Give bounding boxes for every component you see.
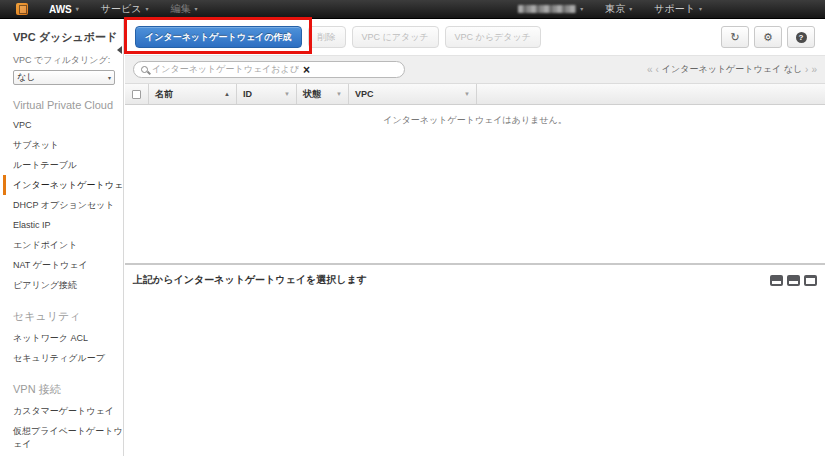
sidebar-item-vpc[interactable]: VPC bbox=[0, 115, 123, 135]
chevron-down-icon: ▾ bbox=[195, 6, 198, 12]
aws-logo-icon[interactable] bbox=[16, 3, 28, 15]
main-content: インターネットゲートウェイの作成 削除 VPC にアタッチ VPC からデタッチ… bbox=[125, 19, 825, 456]
clear-filter-icon[interactable]: × bbox=[303, 64, 310, 76]
chevron-down-icon: ▾ bbox=[146, 6, 149, 12]
top-navbar: AWS ▾ サービス ▾ 編集 ▾ ▾ 東京 ▾ サポート ▾ bbox=[0, 0, 825, 19]
sidebar-section-vpc: Virtual Private Cloud bbox=[13, 99, 123, 111]
sidebar-item-elastic-ip[interactable]: Elastic IP bbox=[0, 215, 123, 235]
pane-layout-full-icon[interactable] bbox=[804, 275, 817, 286]
settings-button[interactable]: ⚙ bbox=[754, 26, 782, 48]
detail-pane: 上記からインターネットゲートウェイを選択します bbox=[125, 263, 825, 456]
sidebar-item-internet-gateways[interactable]: インターネットゲートウェイ bbox=[3, 175, 123, 195]
column-header-id[interactable]: ID ▼ bbox=[237, 84, 297, 104]
empty-table-message: インターネットゲートウェイはありません。 bbox=[125, 105, 825, 127]
prev-page-icon[interactable]: ‹ bbox=[656, 65, 659, 75]
detail-pane-message: 上記からインターネットゲートウェイを選択します bbox=[133, 273, 367, 287]
sidebar-item-route-tables[interactable]: ルートテーブル bbox=[0, 155, 123, 175]
help-button[interactable]: ? bbox=[787, 26, 815, 48]
sidebar-item-nat-gateways[interactable]: NAT ゲートウェイ bbox=[0, 255, 123, 275]
column-header-spacer bbox=[477, 84, 825, 104]
sort-asc-icon: ▲ bbox=[218, 91, 230, 97]
toolbar: インターネットゲートウェイの作成 削除 VPC にアタッチ VPC からデタッチ… bbox=[125, 19, 825, 55]
sort-icon: ▼ bbox=[330, 91, 342, 97]
pagination: « ‹ インターネットゲートウェイ なし › » bbox=[647, 63, 817, 76]
table-header: 名前 ▲ ID ▼ 状態 ▼ VPC ▼ bbox=[125, 83, 825, 105]
chevron-down-icon: ▾ bbox=[108, 75, 111, 81]
filter-bar: インターネットゲートウェイおよび × « ‹ インターネットゲートウェイ なし … bbox=[125, 55, 825, 83]
chevron-down-icon: ▾ bbox=[629, 6, 632, 12]
sort-icon: ▼ bbox=[278, 91, 290, 97]
search-filter-text: インターネットゲートウェイおよび bbox=[152, 63, 299, 76]
last-page-icon[interactable]: » bbox=[811, 65, 817, 75]
vpc-filter-label: VPC でフィルタリング: bbox=[13, 54, 123, 67]
gear-icon: ⚙ bbox=[763, 31, 773, 44]
sidebar: VPC ダッシュボード VPC でフィルタリング: なし ▾ Virtual P… bbox=[0, 19, 124, 456]
vpc-filter-select[interactable]: なし ▾ bbox=[13, 70, 115, 85]
sidebar-item-subnets[interactable]: サブネット bbox=[0, 135, 123, 155]
help-icon: ? bbox=[796, 32, 807, 43]
sidebar-item-virtual-private-gateways[interactable]: 仮想プライベートゲートウェイ bbox=[0, 421, 124, 454]
nav-edit-menu[interactable]: 編集 ▾ bbox=[160, 0, 209, 18]
sidebar-item-dhcp-options[interactable]: DHCP オプションセット bbox=[0, 195, 123, 215]
delete-button[interactable]: 削除 bbox=[308, 26, 346, 48]
nav-aws-menu[interactable]: AWS ▾ bbox=[38, 0, 90, 18]
refresh-icon: ↻ bbox=[730, 31, 739, 44]
sidebar-collapse-toggle-icon[interactable] bbox=[117, 46, 122, 54]
attach-to-vpc-button[interactable]: VPC にアタッチ bbox=[352, 26, 439, 48]
sidebar-vpc-dashboard-link[interactable]: VPC ダッシュボード bbox=[13, 30, 123, 45]
column-header-vpc[interactable]: VPC ▼ bbox=[349, 84, 477, 104]
first-page-icon[interactable]: « bbox=[647, 65, 653, 75]
search-input[interactable]: インターネットゲートウェイおよび × bbox=[133, 61, 405, 78]
pagination-label: インターネットゲートウェイ なし bbox=[662, 63, 802, 76]
nav-support-menu[interactable]: サポート ▾ bbox=[643, 0, 713, 18]
chevron-down-icon: ▾ bbox=[580, 6, 583, 12]
sidebar-section-vpn: VPN 接続 bbox=[13, 382, 123, 397]
detach-from-vpc-button[interactable]: VPC からデタッチ bbox=[445, 26, 541, 48]
sidebar-item-network-acl[interactable]: ネットワーク ACL bbox=[0, 328, 123, 348]
sort-icon: ▼ bbox=[458, 91, 470, 97]
column-header-state[interactable]: 状態 ▼ bbox=[297, 84, 349, 104]
sidebar-item-security-groups[interactable]: セキュリティグループ bbox=[0, 348, 123, 368]
select-all-checkbox-cell bbox=[125, 84, 149, 104]
sidebar-item-customer-gateways[interactable]: カスタマーゲートウェイ bbox=[0, 401, 123, 421]
create-internet-gateway-button[interactable]: インターネットゲートウェイの作成 bbox=[135, 26, 302, 48]
nav-region-menu[interactable]: 東京 ▾ bbox=[594, 0, 643, 18]
nav-account-menu[interactable]: ▾ bbox=[507, 0, 594, 18]
account-name-redacted bbox=[518, 5, 576, 13]
table-body: インターネットゲートウェイはありません。 bbox=[125, 105, 825, 263]
select-all-checkbox[interactable] bbox=[132, 90, 141, 99]
pane-layout-bottom-icon[interactable] bbox=[770, 275, 783, 286]
sidebar-item-peering[interactable]: ピアリング接続 bbox=[0, 275, 123, 295]
sidebar-item-endpoints[interactable]: エンドポイント bbox=[0, 235, 123, 255]
search-icon bbox=[141, 66, 148, 73]
sidebar-section-security: セキュリティ bbox=[13, 309, 123, 324]
chevron-down-icon: ▾ bbox=[699, 6, 702, 12]
pane-layout-split-icon[interactable] bbox=[787, 275, 800, 286]
column-header-name[interactable]: 名前 ▲ bbox=[149, 84, 237, 104]
chevron-down-icon: ▾ bbox=[76, 6, 79, 12]
nav-services-menu[interactable]: サービス ▾ bbox=[90, 0, 160, 18]
next-page-icon[interactable]: › bbox=[805, 65, 808, 75]
refresh-button[interactable]: ↻ bbox=[721, 26, 749, 48]
